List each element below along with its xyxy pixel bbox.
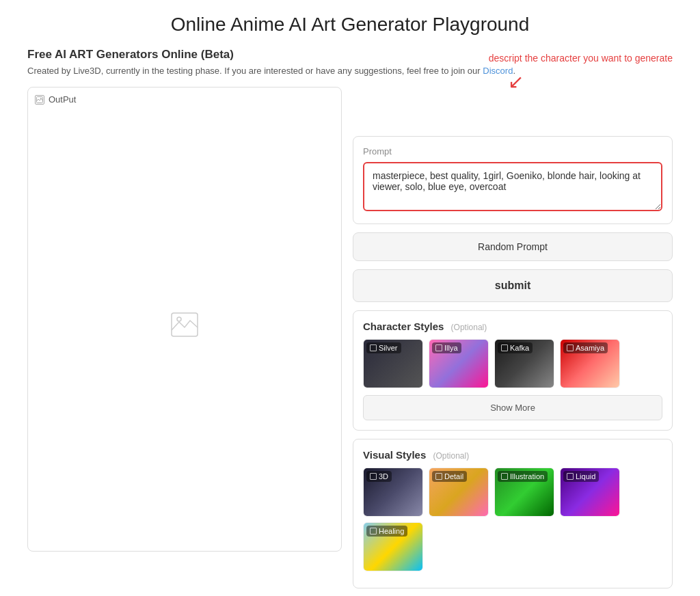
visual-styles-title: Visual Styles (Optional) — [363, 449, 662, 461]
character-style-silver[interactable]: Silver — [363, 339, 423, 388]
prompt-textarea[interactable]: masterpiece, best quality, 1girl, Goenik… — [363, 162, 662, 211]
visual-style-healing[interactable]: Healing — [363, 522, 423, 571]
annotation-arrow: ↙ — [508, 70, 524, 93]
page-title: Online Anime AI Art Generator Playground — [27, 14, 673, 36]
character-styles-section: Character Styles (Optional) Silver Illya — [353, 310, 673, 431]
output-panel: OutPut — [27, 87, 342, 552]
style-label-icon — [435, 473, 442, 480]
submit-button[interactable]: submit — [353, 269, 673, 302]
visual-style-detail[interactable]: Detail — [429, 468, 489, 517]
visual-style-3d[interactable]: 3D — [363, 468, 423, 517]
character-style-silver-label: Silver — [366, 342, 401, 353]
visual-styles-section: Visual Styles (Optional) 3D Detail — [353, 439, 673, 588]
visual-style-healing-label: Healing — [366, 526, 407, 537]
output-content — [35, 111, 334, 544]
output-label: OutPut — [35, 94, 334, 105]
style-label-icon — [370, 344, 377, 351]
svg-point-1 — [40, 98, 42, 99]
character-style-kafka[interactable]: Kafka — [494, 339, 554, 388]
main-layout: OutPut descript the character you want t… — [27, 87, 673, 596]
style-label-icon — [501, 344, 508, 351]
character-styles-optional: (Optional) — [451, 323, 487, 332]
style-label-icon — [435, 344, 442, 351]
prompt-label: Prompt — [363, 146, 662, 157]
character-style-illya[interactable]: Illya — [429, 339, 489, 388]
visual-style-detail-label: Detail — [432, 471, 467, 482]
character-styles-grid: Silver Illya Kafka — [363, 339, 662, 388]
character-styles-title: Character Styles (Optional) — [363, 321, 662, 332]
page-description: Created by Live3D, currently in the test… — [27, 66, 673, 76]
svg-rect-2 — [172, 313, 198, 336]
character-style-asamiya[interactable]: Asamiya — [560, 339, 620, 388]
output-icon — [35, 95, 44, 105]
annotation-container: descript the character you want to gener… — [353, 87, 673, 125]
character-style-illya-label: Illya — [432, 342, 461, 353]
visual-style-illustration-label: Illustration — [498, 471, 548, 482]
visual-style-liquid-label: Liquid — [563, 471, 599, 482]
character-show-more-button[interactable]: Show More — [363, 395, 662, 420]
style-label-icon — [567, 473, 574, 480]
svg-point-3 — [177, 317, 181, 321]
visual-style-3d-label: 3D — [366, 471, 392, 482]
style-label-icon — [567, 344, 574, 351]
output-placeholder-icon — [171, 312, 198, 343]
random-prompt-button[interactable]: Random Prompt — [353, 232, 673, 261]
prompt-section: Prompt masterpiece, best quality, 1girl,… — [353, 136, 673, 224]
visual-styles-optional: (Optional) — [433, 451, 469, 461]
character-style-asamiya-label: Asamiya — [563, 342, 608, 353]
right-panel: descript the character you want to gener… — [353, 87, 673, 596]
annotation-text: descript the character you want to gener… — [489, 53, 673, 64]
character-style-kafka-label: Kafka — [498, 342, 533, 353]
style-label-icon — [501, 473, 508, 480]
visual-style-illustration[interactable]: Illustration — [494, 468, 554, 517]
visual-style-liquid[interactable]: Liquid — [560, 468, 620, 517]
style-label-icon — [370, 473, 377, 480]
output-text: OutPut — [49, 94, 76, 105]
visual-styles-grid: 3D Detail Illustration — [363, 468, 662, 571]
style-label-icon — [370, 528, 377, 534]
